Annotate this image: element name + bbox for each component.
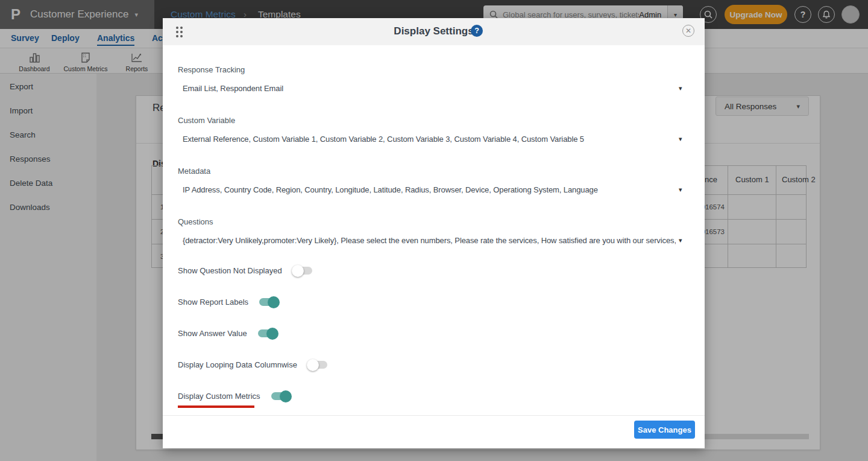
chevron-down-icon[interactable]: ▾ (679, 237, 682, 244)
select-questions[interactable]: {detractor:Very Unlikely,promoter:Very L… (183, 236, 676, 245)
divider (163, 415, 705, 416)
toggle-row-show-question-not-displayed: Show Question Not Displayed (178, 266, 312, 275)
toggle-show-report-labels[interactable] (259, 298, 278, 306)
modal-title: Display Settings (163, 25, 705, 37)
field-label-metadata: Metadata (178, 167, 210, 176)
select-response-tracking[interactable]: Email List, Respondent Email (183, 84, 676, 93)
toggle-label: Show Question Not Displayed (178, 266, 282, 275)
chevron-down-icon[interactable]: ▾ (679, 135, 682, 143)
toggle-display-looping-data-columnwise[interactable] (308, 361, 327, 369)
toggle-label: Show Answer Value (178, 329, 247, 338)
modal-header: Display Settings ? ✕ (163, 18, 705, 45)
save-changes-button[interactable]: Save Changes (634, 421, 695, 439)
toggle-label: Display Looping Data Columnwise (178, 360, 297, 369)
close-icon[interactable]: ✕ (682, 25, 694, 37)
toggle-knob (307, 359, 319, 371)
field-label-questions: Questions (178, 217, 213, 226)
field-label-response-tracking: Response Tracking (178, 65, 245, 74)
toggle-row-show-report-labels: Show Report Labels (178, 297, 278, 307)
question-mark-icon: ? (474, 27, 479, 35)
chevron-down-icon[interactable]: ▾ (679, 186, 682, 194)
toggle-row-display-looping-data: Display Looping Data Columnwise (178, 360, 327, 369)
toggle-show-answer-value[interactable] (258, 329, 277, 337)
toggle-row-display-custom-metrics: Display Custom Metrics (178, 392, 291, 401)
highlight-underline (178, 405, 254, 408)
field-label-custom-variable: Custom Variable (178, 116, 235, 125)
toggle-knob (280, 390, 292, 402)
toggle-show-question-not-displayed[interactable] (293, 267, 312, 275)
toggle-row-show-answer-value: Show Answer Value (178, 329, 277, 338)
toggle-knob (266, 328, 278, 340)
toggle-label: Display Custom Metrics (178, 392, 260, 401)
toggle-knob (292, 265, 304, 277)
toggle-display-custom-metrics[interactable] (271, 392, 291, 400)
chevron-down-icon[interactable]: ▾ (679, 84, 682, 92)
select-custom-variable[interactable]: External Reference, Custom Variable 1, C… (183, 135, 676, 144)
toggle-label: Show Report Labels (178, 297, 248, 307)
modal-help-button[interactable]: ? (471, 25, 483, 37)
toggle-knob (268, 296, 280, 308)
display-settings-modal: Display Settings ? ✕ Response Tracking E… (163, 18, 705, 448)
select-metadata[interactable]: IP Address, Country Code, Region, Countr… (183, 185, 676, 194)
